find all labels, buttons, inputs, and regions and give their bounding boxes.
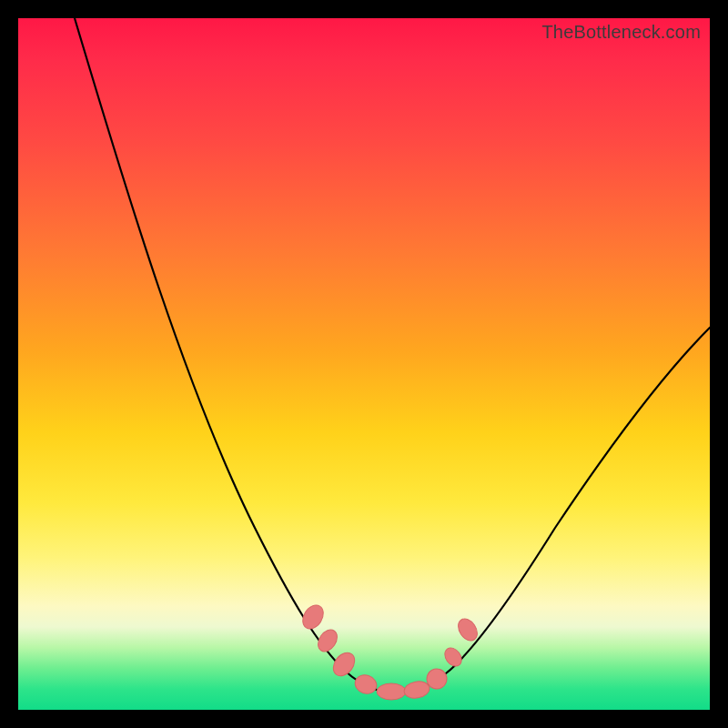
curve-right-branch — [382, 328, 710, 693]
marker-pill — [352, 672, 379, 696]
marker-pill — [329, 649, 359, 680]
marker-pill — [403, 680, 431, 701]
marker-pill — [377, 683, 406, 700]
curve-layer — [18, 18, 710, 710]
curve-left-branch — [75, 18, 400, 693]
marker-group — [298, 602, 481, 700]
marker-pill — [298, 602, 328, 632]
marker-pill — [314, 626, 340, 655]
chart-frame: TheBottleneck.com — [18, 18, 710, 710]
marker-pill — [441, 644, 465, 669]
